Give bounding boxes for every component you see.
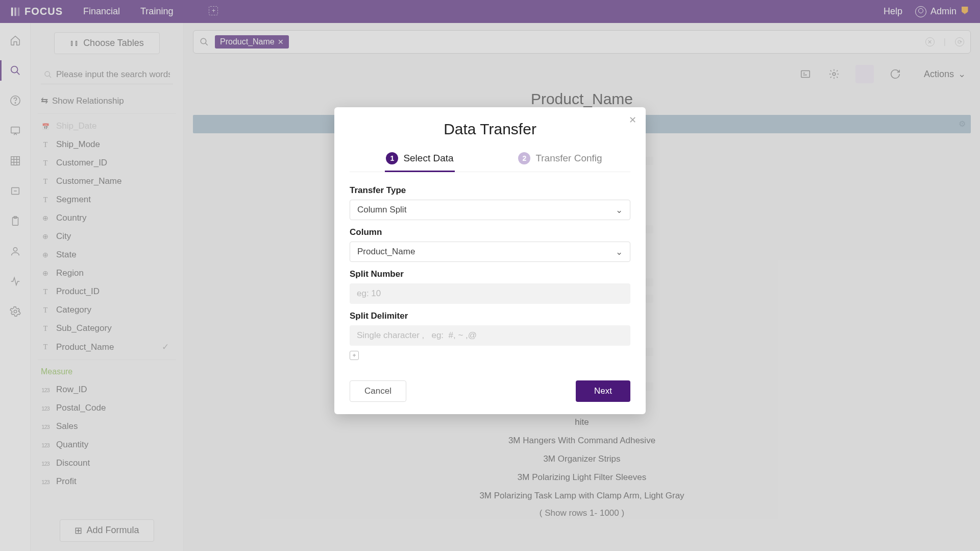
transfer-type-value: Column Split <box>357 205 406 215</box>
add-delimiter-button[interactable]: + <box>350 351 359 360</box>
step-transfer-config[interactable]: 2 Transfer Config <box>490 152 630 172</box>
split-number-label: Split Number <box>350 269 630 279</box>
chevron-down-icon: ⌄ <box>616 247 623 257</box>
data-transfer-modal: ✕ Data Transfer 1 Select Data 2 Transfer… <box>334 107 646 414</box>
step-number: 1 <box>386 152 398 164</box>
step-label: Transfer Config <box>535 153 602 164</box>
transfer-type-label: Transfer Type <box>350 185 630 196</box>
step-label: Select Data <box>403 153 453 164</box>
split-number-input[interactable] <box>350 283 630 304</box>
column-label: Column <box>350 227 630 237</box>
modal-steps: 1 Select Data 2 Transfer Config <box>350 152 630 172</box>
modal-footer: Cancel Next <box>350 380 630 402</box>
chevron-down-icon: ⌄ <box>616 205 623 215</box>
close-icon[interactable]: ✕ <box>629 114 636 126</box>
transfer-type-select[interactable]: Column Split ⌄ <box>350 200 630 220</box>
split-delimiter-label: Split Delimiter <box>350 311 630 321</box>
step-select-data[interactable]: 1 Select Data <box>350 152 490 172</box>
split-delimiter-input[interactable] <box>350 325 630 346</box>
next-button[interactable]: Next <box>576 380 630 402</box>
column-value: Product_Name <box>357 247 415 257</box>
column-select[interactable]: Product_Name ⌄ <box>350 242 630 262</box>
cancel-button[interactable]: Cancel <box>350 380 406 402</box>
modal-title: Data Transfer <box>350 121 630 138</box>
step-number: 2 <box>518 152 530 164</box>
